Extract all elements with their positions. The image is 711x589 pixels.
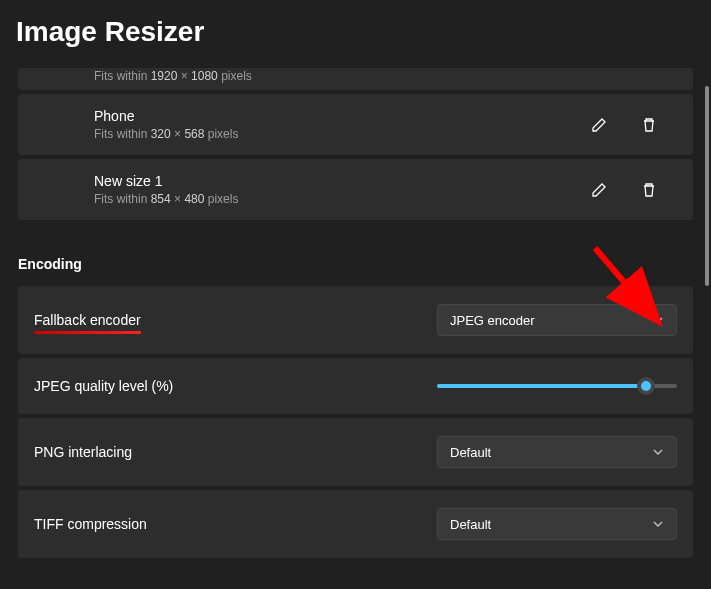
tiff-compression-select[interactable]: Default (437, 508, 677, 540)
preset-info: New size 1 Fits within 854 × 480 pixels (94, 173, 583, 206)
preset-name: Phone (94, 108, 583, 124)
chevron-down-icon (652, 446, 664, 458)
preset-card-phone[interactable]: Phone Fits within 320 × 568 pixels (18, 94, 693, 155)
trash-icon (641, 182, 657, 198)
pencil-icon (591, 117, 607, 133)
preset-card-newsize[interactable]: New size 1 Fits within 854 × 480 pixels (18, 159, 693, 220)
preset-dimensions: Fits within 1920 × 1080 pixels (94, 69, 677, 83)
setting-jpeg-quality: JPEG quality level (%) (18, 358, 693, 414)
scrollbar-thumb[interactable] (705, 86, 709, 286)
edit-button[interactable] (583, 174, 615, 206)
slider-fill (437, 384, 646, 388)
setting-label: PNG interlacing (34, 444, 437, 460)
preset-actions (583, 109, 665, 141)
edit-button[interactable] (583, 109, 615, 141)
scrollbar[interactable] (705, 66, 709, 446)
setting-label: Fallback encoder (34, 312, 437, 328)
setting-label: JPEG quality level (%) (34, 378, 437, 394)
preset-info: Phone Fits within 320 × 568 pixels (94, 108, 583, 141)
content-area: Fits within 1920 × 1080 pixels Phone Fit… (0, 68, 711, 588)
setting-label: TIFF compression (34, 516, 437, 532)
preset-name: New size 1 (94, 173, 583, 189)
setting-png-interlacing: PNG interlacing Default (18, 418, 693, 486)
slider-thumb[interactable] (637, 377, 655, 395)
chevron-down-icon (652, 314, 664, 326)
setting-tiff-compression: TIFF compression Default (18, 490, 693, 558)
preset-info: Fits within 1920 × 1080 pixels (94, 69, 677, 83)
pencil-icon (591, 182, 607, 198)
png-interlacing-select[interactable]: Default (437, 436, 677, 468)
preset-dimensions: Fits within 320 × 568 pixels (94, 127, 583, 141)
section-header-encoding: Encoding (18, 256, 693, 272)
preset-dimensions: Fits within 854 × 480 pixels (94, 192, 583, 206)
delete-button[interactable] (633, 109, 665, 141)
header: Image Resizer (0, 0, 711, 68)
jpeg-quality-slider[interactable] (437, 376, 677, 396)
preset-actions (583, 174, 665, 206)
chevron-down-icon (652, 518, 664, 530)
setting-fallback-encoder: Fallback encoder JPEG encoder (18, 286, 693, 354)
fallback-encoder-select[interactable]: JPEG encoder (437, 304, 677, 336)
delete-button[interactable] (633, 174, 665, 206)
trash-icon (641, 117, 657, 133)
page-title: Image Resizer (16, 16, 695, 48)
preset-card-partial[interactable]: Fits within 1920 × 1080 pixels (18, 68, 693, 90)
